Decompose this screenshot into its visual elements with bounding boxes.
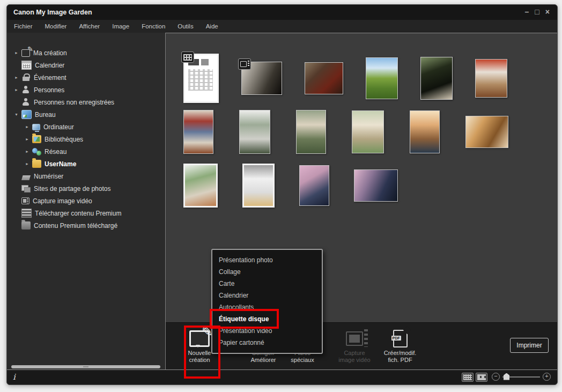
sidebar-item-label: Calendrier: [35, 62, 64, 69]
thumbnail-row: [183, 51, 557, 105]
sidebar-item-numeriser[interactable]: Numériser: [7, 170, 165, 182]
sidebar-item-label: Ma création: [33, 49, 67, 57]
photo-thumbnail[interactable]: [366, 57, 398, 99]
photo-thumbnail[interactable]: [352, 110, 384, 153]
desktop-icon: [21, 110, 32, 119]
toolbar-icon-area: [346, 327, 363, 350]
sidebar-item-ma-creation[interactable]: ►Ma création: [7, 47, 165, 59]
zoom-slider-track: [502, 376, 540, 378]
sidebar-item-label: UserName: [45, 160, 76, 168]
calendar-icon: [21, 61, 32, 70]
thumbnail-row: [183, 159, 557, 212]
sidebar-item-reseau[interactable]: ►Réseau: [7, 145, 165, 158]
sidebar-item-label: Télécharger contenu Premium: [35, 210, 121, 217]
photo-thumbnail[interactable]: [239, 110, 270, 154]
photo-thumbnail[interactable]: [465, 116, 508, 148]
photo-thumbnail[interactable]: [420, 57, 453, 100]
imprimer-button[interactable]: Imprimer: [510, 338, 549, 353]
toolbar-button-label: Créer/modif.fich. PDF: [384, 350, 417, 364]
photo-thumbnail[interactable]: [299, 165, 329, 206]
chevron-right-icon[interactable]: ►: [25, 137, 32, 141]
sidebar-item-contenu-premium-telecharge[interactable]: Contenu Premium téléchargé: [7, 219, 165, 232]
photo-share-icon: [21, 184, 31, 193]
creation-icon: [21, 49, 30, 57]
menubar-item-outils[interactable]: Outils: [178, 23, 193, 29]
sidebar-item-personnes-non-enregistrees[interactable]: Personnes non enregistrées: [7, 96, 165, 108]
zoom-slider-thumb[interactable]: [504, 373, 509, 380]
zoom-out-icon[interactable]: −: [492, 373, 500, 381]
sidebar-item-label: Réseau: [45, 148, 66, 156]
menubar: FichierModifierAfficherImageFonctionOuti…: [7, 20, 557, 33]
menu-item-papier-cartonne[interactable]: Papier cartonné: [212, 337, 322, 349]
view-toggle-group: [462, 373, 487, 382]
menu-item-calendrier[interactable]: Calendrier: [212, 290, 322, 301]
menubar-item-afficher[interactable]: Afficher: [79, 23, 100, 29]
sidebar-item-ordinateur[interactable]: ►Ordinateur: [7, 121, 165, 133]
menu-item-presentation-photo[interactable]: Présentation photo: [212, 254, 322, 266]
grid-large-view-icon[interactable]: [476, 373, 487, 382]
sidebar: ►Ma créationCalendrier►Événement►Personn…: [7, 33, 166, 370]
photo-thumbnail[interactable]: [305, 62, 343, 94]
menu-item-collage[interactable]: Collage: [212, 266, 322, 278]
sidebar-item-username[interactable]: ►UserName: [7, 158, 165, 170]
window-controls: –□×: [525, 8, 550, 16]
sidebar-item-label: Personnes: [34, 86, 64, 94]
sidebar-item-label: Événement: [34, 74, 66, 82]
chevron-right-icon[interactable]: ►: [14, 88, 21, 92]
photo-thumbnail[interactable]: [241, 62, 282, 95]
photo-thumbnail[interactable]: [183, 164, 218, 208]
sidebar-item-calendrier[interactable]: Calendrier: [7, 59, 165, 71]
sidebar-item-personnes[interactable]: ►Personnes: [7, 84, 165, 96]
menu-item-carte[interactable]: Carte: [212, 278, 322, 290]
video-capture-icon: [21, 197, 29, 204]
app-window: Canon My Image Garden –□× FichierModifie…: [6, 4, 558, 385]
photo-thumbnail[interactable]: [296, 110, 326, 154]
zoom-in-icon[interactable]: +: [543, 373, 551, 381]
context-menu: Présentation photoCollageCarteCalendrier…: [211, 249, 323, 354]
photo-thumbnail[interactable]: [183, 110, 213, 154]
chevron-right-icon[interactable]: ►: [14, 76, 21, 79]
sidebar-item-label: Capture image vidéo: [33, 197, 92, 205]
menubar-item-fichier[interactable]: Fichier: [14, 23, 33, 29]
maximize-icon[interactable]: □: [535, 8, 539, 16]
user-folder-icon: [32, 160, 41, 168]
chevron-right-icon[interactable]: ►: [14, 51, 21, 55]
zoom-control: − +: [492, 373, 551, 381]
sidebar-item-bibliotheques[interactable]: ►Bibliothèques: [7, 133, 165, 145]
chevron-right-icon[interactable]: ►: [25, 125, 32, 129]
info-icon: i: [13, 372, 16, 382]
chevron-right-icon[interactable]: ►: [25, 162, 32, 166]
sidebar-horizontal-scrollbar[interactable]: [11, 365, 160, 368]
sidebar-item-label: Contenu Premium téléchargé: [34, 222, 117, 230]
sidebar-item-sites-de-partage-de-photos[interactable]: Sites de partage de photos: [7, 182, 165, 195]
person-unregistered-icon: [21, 98, 31, 106]
sidebar-item-telecharger-contenu-premium[interactable]: Télécharger contenu Premium: [7, 207, 165, 219]
pdf-file-icon: [393, 330, 408, 347]
sidebar-item-bureau[interactable]: ▼Bureau: [7, 108, 165, 121]
chevron-right-icon[interactable]: ►: [25, 150, 32, 153]
scanner-icon: [21, 172, 31, 180]
sidebar-item-capture-image-video[interactable]: Capture image vidéo: [7, 195, 165, 207]
thumbnail-row: [183, 105, 557, 159]
minimize-icon[interactable]: –: [525, 8, 529, 16]
sidebar-item-label: Sites de partage de photos: [34, 185, 110, 193]
photo-thumbnail[interactable]: [475, 59, 507, 98]
sidebar-item-label: Numériser: [34, 173, 63, 180]
menubar-item-modifier[interactable]: Modifier: [45, 23, 67, 29]
menubar-item-aide[interactable]: Aide: [206, 23, 218, 29]
menubar-item-fonction[interactable]: Fonction: [142, 23, 165, 29]
photo-thumbnail[interactable]: [242, 164, 275, 208]
close-icon[interactable]: ×: [545, 8, 550, 16]
grid-small-view-icon[interactable]: [462, 373, 474, 382]
creer-modif-pdf-button[interactable]: Créer/modif.fich. PDF: [373, 327, 427, 364]
chevron-down-icon[interactable]: ▼: [14, 113, 21, 116]
photo-thumbnail[interactable]: [410, 110, 440, 153]
sidebar-tree: ►Ma créationCalendrier►Événement►Personn…: [7, 33, 165, 232]
computer-icon: [32, 124, 40, 130]
calendar-badge-icon: [181, 51, 194, 63]
calendar-template-thumbnail[interactable]: [183, 54, 219, 103]
title-bar: Canon My Image Garden –□×: [7, 5, 557, 20]
sidebar-item-evenement[interactable]: ►Événement: [7, 71, 165, 84]
menubar-item-image[interactable]: Image: [112, 23, 129, 29]
photo-thumbnail[interactable]: [354, 169, 398, 202]
